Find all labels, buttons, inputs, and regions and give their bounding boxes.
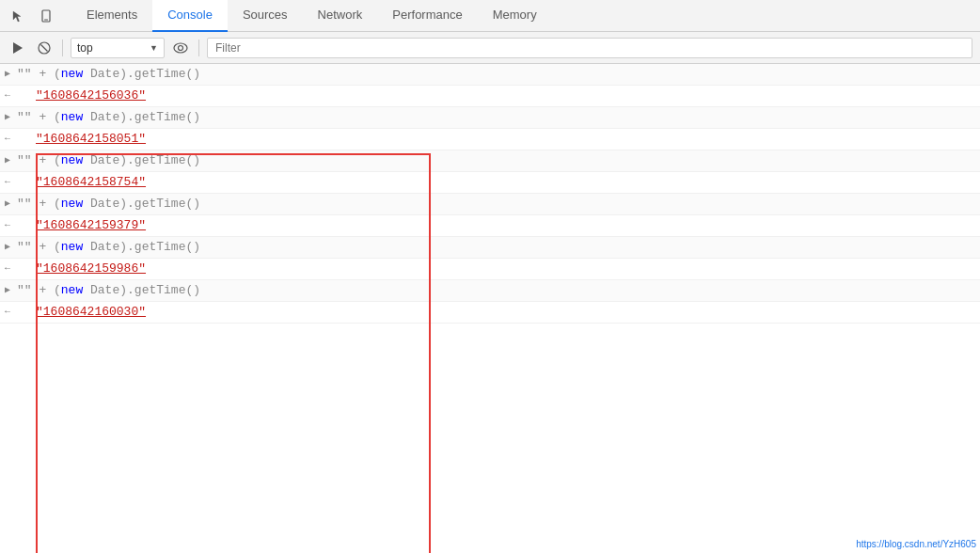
console-entry: ▶ "" + (new Date).getTime() (0, 107, 980, 129)
console-entry: ▶ "" + (new Date).getTime() (0, 150, 980, 172)
console-entry: ▶ "" + (new Date).getTime() (0, 194, 980, 215)
console-entry: ▶ "" + (new Date).getTime() (0, 237, 980, 259)
result-arrow: ← (0, 172, 15, 189)
svg-rect-1 (44, 19, 48, 20)
cursor-icon[interactable] (8, 6, 28, 26)
mobile-icon[interactable] (36, 6, 56, 26)
entry-result: "1608642159986" (34, 259, 980, 279)
clear-icon[interactable] (34, 38, 55, 58)
entry-text: "" + (new Date).getTime() (15, 64, 980, 85)
console-toolbar: top ▼ (0, 32, 980, 64)
expand-arrow[interactable]: ▶ (0, 280, 15, 297)
console-wrapper: ▶ "" + (new Date).getTime() ← "160864215… (0, 64, 980, 553)
entry-result: "1608642160030" (34, 302, 980, 323)
svg-point-5 (174, 43, 187, 53)
result-prefix (15, 172, 34, 189)
console-entry: ▶ "" + (new Date).getTime() (0, 280, 980, 302)
entry-result: "1608642156036" (34, 86, 980, 106)
result-arrow: ← (0, 302, 15, 319)
console-entry: ← "1608642156036" (0, 86, 980, 107)
tab-sources[interactable]: Sources (228, 0, 303, 32)
result-prefix (15, 129, 34, 146)
result-arrow: ← (0, 259, 15, 276)
svg-marker-2 (13, 42, 23, 54)
entry-result: "1608642158754" (34, 172, 980, 193)
result-prefix (15, 86, 34, 103)
expand-arrow[interactable]: ▶ (0, 64, 15, 81)
entry-result: "1608642158051" (34, 129, 980, 150)
entry-text: "" + (new Date).getTime() (15, 107, 980, 128)
entry-text: "" + (new Date).getTime() (15, 280, 980, 301)
entry-text: "" + (new Date).getTime() (15, 150, 980, 171)
tab-elements[interactable]: Elements (71, 0, 152, 32)
dropdown-arrow-icon: ▼ (150, 43, 158, 53)
expand-arrow[interactable]: ▶ (0, 237, 15, 254)
result-prefix (15, 259, 34, 276)
entry-text: "" + (new Date).getTime() (15, 194, 980, 214)
entry-result: "1608642159379" (34, 215, 980, 236)
result-arrow: ← (0, 86, 15, 103)
tab-network[interactable]: Network (303, 0, 378, 32)
tab-bar: Elements Console Sources Network Perform… (0, 0, 980, 32)
console-entry: ← "1608642159379" (0, 215, 980, 237)
result-arrow: ← (0, 215, 15, 232)
tab-console[interactable]: Console (152, 0, 228, 32)
context-selector[interactable]: top ▼ (71, 38, 165, 58)
expand-arrow[interactable]: ▶ (0, 150, 15, 167)
entry-text: "" + (new Date).getTime() (15, 237, 980, 258)
toolbar-divider (62, 40, 63, 56)
console-entry: ▶ "" + (new Date).getTime() (0, 64, 980, 86)
run-icon[interactable] (8, 38, 28, 58)
console-entry: ← "1608642159986" (0, 259, 980, 280)
result-arrow: ← (0, 129, 15, 146)
svg-point-6 (179, 45, 183, 50)
console-entry: ← "1608642158754" (0, 172, 980, 194)
console-entry: ← "1608642158051" (0, 129, 980, 150)
expand-arrow[interactable]: ▶ (0, 107, 15, 124)
eye-icon[interactable] (170, 38, 191, 58)
result-prefix (15, 302, 34, 319)
console-entry: ← "1608642160030" (0, 302, 980, 324)
console-output: ▶ "" + (new Date).getTime() ← "160864215… (0, 64, 980, 553)
svg-line-4 (41, 44, 48, 51)
tab-memory[interactable]: Memory (478, 0, 552, 32)
context-value: top (77, 41, 146, 55)
toolbar-divider-2 (198, 40, 199, 56)
watermark: https://blog.csdn.net/YzH605 (856, 539, 976, 549)
expand-arrow[interactable]: ▶ (0, 194, 15, 211)
tab-performance[interactable]: Performance (377, 0, 477, 32)
devtools-icons (8, 6, 56, 26)
result-prefix (15, 215, 34, 232)
filter-input[interactable] (207, 38, 972, 58)
